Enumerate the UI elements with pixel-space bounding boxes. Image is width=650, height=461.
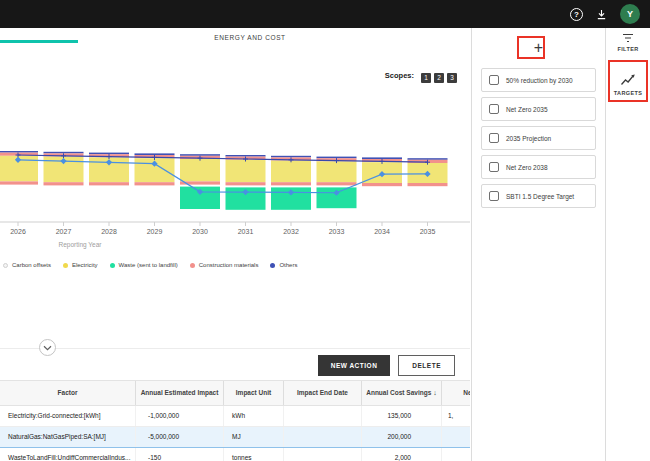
table-row[interactable]: WasteToLandFill:UndiffCommercialIndus...… [0, 448, 470, 461]
target-checkbox[interactable] [489, 162, 499, 172]
table-cell: tonnes [223, 448, 283, 461]
table-cell [283, 448, 361, 461]
delete-button[interactable]: DELETE [398, 355, 455, 376]
table-cell: Electricity:Grid-connected:[kWh] [0, 406, 135, 426]
target-item[interactable]: Net Zero 2035 [481, 97, 596, 121]
target-item[interactable]: SBTI 1.5 Degree Target [481, 184, 596, 208]
column-header[interactable]: Impact End Date [283, 381, 361, 405]
target-label: 2035 Projection [506, 135, 551, 142]
svg-text:2027: 2027 [56, 228, 72, 235]
targets-list: 50% reduction by 2030Net Zero 20352035 P… [472, 68, 605, 208]
chart-legend: Carbon offsetsElectricityWaste (sent to … [3, 262, 297, 268]
legend-label: Others [279, 262, 297, 268]
table-cell: 2,000 [361, 448, 441, 461]
collapse-chart-button[interactable] [39, 339, 56, 356]
table-actions: NEW ACTION DELETE [318, 355, 455, 376]
user-avatar[interactable]: Y [620, 4, 640, 24]
filter-tab-label: FILTER [617, 46, 638, 52]
targets-panel: + 50% reduction by 2030Net Zero 20352035… [471, 28, 605, 461]
filter-tab[interactable]: FILTER [606, 28, 650, 52]
column-header[interactable]: Annual Estimated Impact [135, 381, 223, 405]
legend-label: Electricity [72, 262, 98, 268]
table-cell: 1, [441, 406, 470, 426]
table-cell: 135,000 [361, 406, 441, 426]
targets-tab-label: TARGETS [614, 90, 643, 96]
legend-label: Carbon offsets [12, 262, 51, 268]
table-cell: -1,000,000 [135, 406, 223, 426]
svg-text:2033: 2033 [329, 228, 345, 235]
svg-text:2034: 2034 [374, 228, 390, 235]
svg-text:2032: 2032 [283, 228, 299, 235]
new-action-button[interactable]: NEW ACTION [318, 355, 391, 376]
page-title: ENERGY AND COST [15, 34, 470, 41]
target-label: Net Zero 2038 [506, 164, 548, 171]
factors-table: FactorAnnual Estimated ImpactImpact Unit… [0, 380, 470, 461]
table-cell: MJ [223, 427, 283, 447]
target-label: 50% reduction by 2030 [506, 77, 573, 84]
svg-text:2029: 2029 [147, 228, 163, 235]
legend-item: Electricity [63, 262, 98, 268]
table-cell: 200,000 [361, 427, 441, 447]
legend-swatch [270, 263, 275, 268]
table-cell [283, 406, 361, 426]
svg-text:Reporting Year: Reporting Year [58, 241, 102, 249]
table-row[interactable]: Electricity:Grid-connected:[kWh]-1,000,0… [0, 406, 470, 427]
target-item[interactable]: 2035 Projection [481, 126, 596, 150]
legend-swatch [110, 263, 115, 268]
column-header[interactable]: Factor [0, 381, 135, 405]
filter-icon [622, 33, 634, 43]
column-header[interactable]: Impact Unit [223, 381, 283, 405]
legend-swatch [3, 263, 8, 268]
side-rail: FILTER TARGETS [605, 28, 650, 461]
targets-icon [620, 73, 636, 87]
download-icon[interactable] [596, 9, 607, 20]
table-row[interactable]: NaturalGas:NatGasPiped:SA:[MJ]-5,000,000… [0, 427, 470, 448]
svg-text:2030: 2030 [192, 228, 208, 235]
emissions-projection-chart: 2026202720282029203020312032203320342035… [0, 60, 470, 255]
section-divider [0, 348, 470, 349]
targets-tab[interactable]: TARGETS [606, 68, 650, 96]
legend-swatch [63, 263, 68, 268]
table-cell: NaturalGas:NatGasPiped:SA:[MJ] [0, 427, 135, 447]
table-cell [441, 427, 470, 447]
target-checkbox[interactable] [489, 133, 499, 143]
table-cell: WasteToLandFill:UndiffCommercialIndus... [0, 448, 135, 461]
main-region: ENERGY AND COST Scopes: 123 202620272028… [0, 28, 470, 461]
table-cell: kWh [223, 406, 283, 426]
legend-label: Waste (sent to landfill) [119, 262, 178, 268]
svg-text:2035: 2035 [420, 228, 436, 235]
sort-arrow-icon[interactable]: ↓ [433, 389, 437, 397]
column-header[interactable]: Annual Cost Savings↓ [361, 381, 441, 405]
column-header[interactable]: Net Co... [441, 381, 470, 405]
table-cell: -150 [135, 448, 223, 461]
legend-item: Carbon offsets [3, 262, 51, 268]
legend-label: Construction materials [199, 262, 259, 268]
add-target-button[interactable]: + [527, 36, 551, 60]
target-label: Net Zero 2035 [506, 106, 548, 113]
target-checkbox[interactable] [489, 191, 499, 201]
target-checkbox[interactable] [489, 75, 499, 85]
svg-text:2028: 2028 [101, 228, 117, 235]
table-cell [441, 448, 470, 461]
target-item[interactable]: 50% reduction by 2030 [481, 68, 596, 92]
svg-text:2031: 2031 [238, 228, 254, 235]
table-header-row: FactorAnnual Estimated ImpactImpact Unit… [0, 380, 470, 406]
table-body: Electricity:Grid-connected:[kWh]-1,000,0… [0, 406, 470, 461]
legend-item: Construction materials [190, 262, 259, 268]
table-cell: -5,000,000 [135, 427, 223, 447]
chevron-down-icon [43, 345, 52, 351]
legend-item: Waste (sent to landfill) [110, 262, 178, 268]
target-checkbox[interactable] [489, 104, 499, 114]
target-item[interactable]: Net Zero 2038 [481, 155, 596, 179]
legend-swatch [190, 263, 195, 268]
table-cell [283, 427, 361, 447]
help-icon[interactable]: ? [570, 8, 583, 21]
app-root: ? Y ENERGY AND COST Scopes: 123 20262027… [0, 0, 650, 461]
target-label: SBTI 1.5 Degree Target [506, 193, 574, 200]
topbar: ? Y [0, 0, 650, 28]
legend-item: Others [270, 262, 297, 268]
svg-text:2026: 2026 [10, 228, 26, 235]
